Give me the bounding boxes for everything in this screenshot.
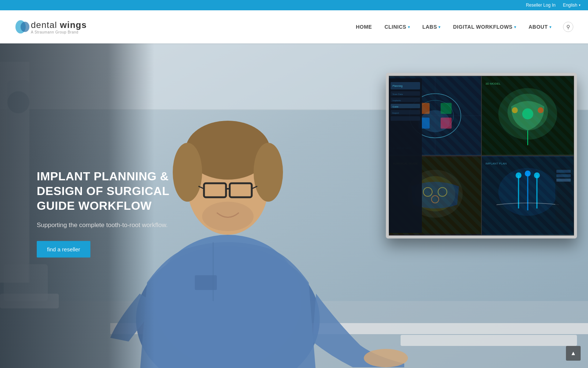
logo-icon [15, 19, 31, 35]
svg-text:Planning: Planning [392, 85, 402, 88]
clinics-chevron-icon: ▾ [408, 25, 410, 29]
svg-point-23 [202, 202, 254, 231]
search-button[interactable]: ⚲ [563, 22, 573, 32]
hero-headline: IMPLANT PLANNING & DESIGN OF SURGICAL GU… [37, 169, 184, 213]
language-label: English [563, 3, 577, 8]
svg-text:Guide: Guide [392, 106, 399, 108]
nav-links: HOME CLINICS ▾ LABS ▾ DIGITAL WORKFLOWS … [351, 21, 573, 33]
reseller-login-link[interactable]: Reseller Log In [526, 3, 556, 8]
main-navigation: dental wings A Straumann Group Brand HOM… [0, 10, 588, 43]
nav-clinics[interactable]: CLINICS ▾ [380, 21, 414, 33]
labs-chevron-icon: ▾ [438, 25, 441, 29]
nav-home[interactable]: HOME [351, 21, 376, 33]
keyboard [401, 335, 577, 346]
hero-computer-screen: CBCT SCAN L: -240 W: 1200 [386, 73, 577, 238]
scroll-to-top-button[interactable]: ▲ [566, 346, 581, 361]
find-reseller-button[interactable]: find a reseller [37, 241, 90, 257]
svg-text:Scan Data: Scan Data [392, 93, 403, 95]
logo-text: dental wings A Straumann Group Brand [31, 20, 87, 34]
screen-sidebar: Planning Scan Data Implants Guide Export [389, 76, 422, 236]
logo-area[interactable]: dental wings A Straumann Group Brand [15, 19, 87, 35]
hero-subtext: Supporting the complete tooth-to-root wo… [37, 220, 184, 230]
svg-rect-13 [195, 275, 217, 290]
top-bar: Reseller Log In English ▾ [0, 0, 588, 10]
nav-labs[interactable]: LABS ▾ [418, 21, 445, 33]
svg-point-17 [254, 143, 283, 202]
scroll-top-icon: ▲ [570, 350, 576, 357]
language-chevron-icon: ▾ [579, 3, 581, 7]
nav-digital-workflows[interactable]: DIGITAL WORKFLOWS ▾ [449, 21, 520, 33]
logo-sub-brand: A Straumann Group Brand [31, 30, 87, 34]
svg-text:Export: Export [392, 112, 399, 114]
svg-text:Implants: Implants [392, 99, 401, 102]
hero-section: CBCT SCAN L: -240 W: 1200 [0, 43, 588, 368]
svg-point-24 [364, 349, 408, 367]
svg-point-1 [21, 22, 29, 32]
screen-panel-2: 3D MODEL [481, 76, 574, 156]
search-icon: ⚲ [566, 24, 570, 30]
nav-about[interactable]: ABOUT ▾ [524, 21, 556, 33]
digital-workflows-chevron-icon: ▾ [514, 25, 516, 29]
screen-panel-4: IMPLANT PLAN [481, 156, 574, 236]
about-chevron-icon: ▾ [549, 25, 552, 29]
language-selector[interactable]: English ▾ [563, 3, 581, 8]
hero-content: IMPLANT PLANNING & DESIGN OF SURGICAL GU… [37, 169, 184, 258]
svg-rect-73 [391, 116, 420, 121]
